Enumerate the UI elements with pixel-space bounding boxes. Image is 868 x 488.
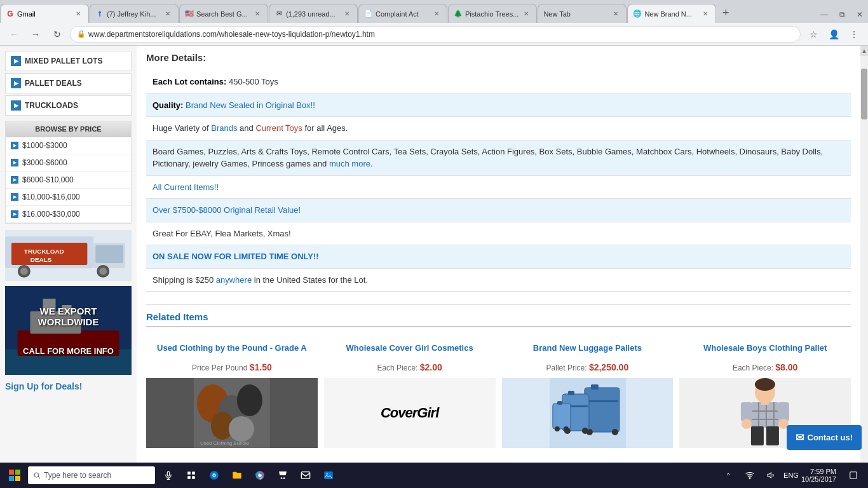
tab-pistachio-close[interactable]: ✕ [521,9,531,19]
taskbar-search-placeholder: Type here to search [44,471,111,480]
svg-rect-57 [15,476,20,481]
price-arrow-4: ▶ [11,193,18,201]
tab-gmail-close[interactable]: ✕ [73,9,83,19]
profile-button[interactable]: 👤 [825,25,843,43]
sidebar-item-truckloads[interactable]: ▶ TRUCKLOADS [5,95,132,116]
detail-value-8: Shipping is $250 anywhere in the United … [153,275,368,285]
taskbar-mail-icon[interactable] [296,466,315,485]
detail-label-1: Quality: [153,100,186,110]
price-label-5: $16,000-$30,000 [22,210,80,219]
detail-value-6: Great For EBAY, Flea Markets, Xmas! [153,229,291,238]
scroll-up-button[interactable]: ▲ [860,46,868,56]
right-scrollbar[interactable]: ▲ ▼ [860,46,868,488]
tab-searchbest[interactable]: 🇺🇸 Search Best G... ✕ [179,4,268,23]
price-label-4: $10,000-$16,000 [22,193,80,201]
tab-newbrand-close[interactable]: ✕ [700,9,710,19]
tab-newbrand[interactable]: 🌐 New Brand N... ✕ [627,4,716,23]
address-bar: ← → ↻ 🔒 www.departmentstoreliquidations.… [0,23,868,46]
tab-pistachio[interactable]: 🌲 Pistachio Trees... ✕ [448,4,537,23]
svg-point-58 [34,473,39,477]
svg-text:TRUCKLOAD: TRUCKLOAD [24,248,64,255]
price-arrow-5: ▶ [11,210,18,218]
sidebar: ▶ MIXED PALLET LOTS ▶ PALLET DEALS ▶ TRU… [0,46,137,488]
taskbar-chrome-icon[interactable] [250,466,269,485]
taskbar-photos-icon[interactable] [319,466,338,485]
tray-volume-icon[interactable] [762,466,781,485]
notifications-button[interactable] [844,466,863,485]
tray-network-icon[interactable] [740,466,759,485]
scrollbar-thumb[interactable] [861,69,867,119]
sidebar-pallet-deals-label: PALLET DEALS [25,79,82,88]
price-label-2: $3000-$6000 [22,158,67,167]
svg-rect-64 [192,471,195,475]
tab-bar: G Gmail ✕ f (7) Jeffrey Kih... ✕ 🇺🇸 Sear… [0,0,868,23]
url-text: www.departmentstoreliquidations.com/whol… [88,30,375,39]
detail-cell-1: Quality: Brand New Sealed in Original Bo… [146,93,851,117]
searchbest-favicon: 🇺🇸 [185,10,194,18]
taskbar-fileexplorer-icon[interactable] [227,466,247,485]
related-item-covergirl-link[interactable]: Wholesale Cover Girl Cosmetics [346,335,473,360]
price-range-1000-3000[interactable]: ▶ $1000-$3000 [6,137,131,154]
bookmark-button[interactable]: ☆ [804,25,822,43]
menu-button[interactable]: ⋮ [845,25,863,43]
back-button[interactable]: ← [5,25,23,43]
tab-searchbest-close[interactable]: ✕ [252,9,262,19]
svg-rect-2 [95,245,123,263]
tab-inbox[interactable]: ✉ (1,293 unread... ✕ [269,4,358,23]
tab-jeffrey-close[interactable]: ✕ [163,9,173,19]
task-view-button[interactable] [182,466,201,485]
sign-up-link[interactable]: Sign Up for Deals! [5,381,132,391]
scrollbar-track[interactable] [860,56,868,478]
reload-button[interactable]: ↻ [48,25,66,43]
covergirl-logo: CoverGirl [381,405,438,421]
detail-cell-6: Great For EBAY, Flea Markets, Xmas! [146,222,851,245]
taskbar-edge-icon[interactable] [205,466,224,485]
sidebar-item-pallet-deals[interactable]: ▶ PALLET DEALS [5,73,132,93]
related-item-clothing: Used Clothing by the Pound - Grade A Pri… [146,335,318,448]
url-bar[interactable]: 🔒 www.departmentstoreliquidations.com/wh… [70,26,801,43]
forward-button[interactable]: → [27,25,44,43]
gmail-favicon: G [6,10,15,18]
taskbar-store-icon[interactable] [273,466,292,485]
tab-inbox-title: (1,293 unread... [286,10,339,18]
sidebar-item-mixed-pallet-lots[interactable]: ▶ MIXED PALLET LOTS [5,51,132,71]
related-item-boys-clothing-link[interactable]: Wholesale Boys Clothing Pallet [703,335,827,360]
tab-newtab[interactable]: New Tab ✕ [538,4,627,23]
tab-complaint-close[interactable]: ✕ [431,9,442,19]
new-tab-button[interactable]: + [717,4,735,22]
tray-chevron-button[interactable]: ^ [719,466,738,485]
tab-jeffrey[interactable]: f (7) Jeffrey Kih... ✕ [90,4,179,23]
detail-value-2: Huge Variety of Brands and Current Toys … [153,123,348,133]
covergirl-price-label: Each Piece: $2.00 [377,362,442,372]
arrow-icon-2: ▶ [11,78,21,88]
maximize-button[interactable]: ⧉ [834,6,850,23]
price-range-3000-6000[interactable]: ▶ $3000-$6000 [6,154,131,172]
start-button[interactable] [5,466,24,485]
price-range-6000-10000[interactable]: ▶ $6000-$10,000 [6,172,131,189]
related-item-clothing-link[interactable]: Used Clothing by the Pound - Grade A [157,335,307,360]
svg-rect-48 [741,402,752,421]
taskbar-microphone-button[interactable] [159,466,178,485]
related-item-luggage-link[interactable]: Brand New Luggage Pallets [533,335,642,360]
price-range-16000-30000[interactable]: ▶ $16,000-$30,000 [6,206,131,223]
svg-rect-54 [9,470,14,475]
export-text-block: We Export Worldwide Call For More Info [5,301,132,361]
minimize-button[interactable]: — [816,6,832,23]
contact-us-button[interactable]: ✉ Contact us! [787,425,862,450]
tab-gmail-title: Gmail [17,10,71,18]
chrome-window: G Gmail ✕ f (7) Jeffrey Kih... ✕ 🇺🇸 Sear… [0,0,868,488]
tab-complaint[interactable]: 📄 Complaint Act ✕ [358,4,447,23]
browse-by-price-header: BROWSE BY PRICE [6,121,131,137]
taskbar-search-bar[interactable]: Type here to search [28,466,155,484]
tab-gmail[interactable]: G Gmail ✕ [0,4,89,23]
price-range-10000-16000[interactable]: ▶ $10,000-$16,000 [6,189,131,206]
svg-rect-52 [751,426,764,445]
close-button[interactable]: ✕ [851,6,868,23]
detail-cell-3: Board Games, Puzzles, Arts & Crafts Toys… [146,140,851,175]
tab-inbox-close[interactable]: ✕ [342,9,352,19]
related-item-covergirl: Wholesale Cover Girl Cosmetics Each Piec… [324,335,496,448]
tab-newtab-close[interactable]: ✕ [611,9,621,19]
clothing-image: Used Clothing Bundle [146,378,318,448]
detail-row-7: ON SALE NOW FOR LIMITED TIME ONLY!! [146,245,851,269]
jeffrey-favicon: f [95,10,104,18]
